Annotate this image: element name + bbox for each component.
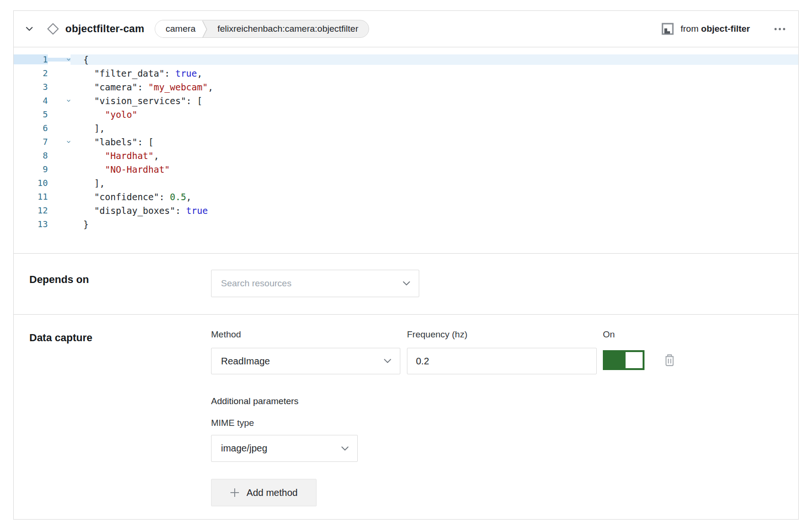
delete-method-button[interactable] xyxy=(663,353,676,367)
diamond-icon xyxy=(46,22,60,35)
code-line: 12 "display_boxes": true xyxy=(14,203,798,217)
trash-icon xyxy=(663,353,676,367)
line-number: 2 xyxy=(14,68,48,78)
component-header: objectfilter-cam camera felixreichenbach… xyxy=(14,11,798,47)
model-badge: felixreichenbach:camera:objectfilter xyxy=(211,20,369,37)
component-title: objectfilter-cam xyxy=(65,23,144,35)
code-line: 1{ xyxy=(14,53,798,66)
module-name: object-filter xyxy=(701,24,750,34)
badge-divider-chevron-icon xyxy=(202,20,211,38)
code-text: "camera": "my_webcam", xyxy=(71,82,798,92)
depends-on-search-select[interactable]: Search resources xyxy=(211,270,419,297)
component-card: objectfilter-cam camera felixreichenbach… xyxy=(13,10,799,520)
fold-chevron-down-icon xyxy=(67,99,71,103)
chevron-down-icon xyxy=(384,359,391,363)
mime-type-value: image/jpeg xyxy=(221,443,341,454)
search-placeholder: Search resources xyxy=(221,278,403,289)
mime-type-label: MIME type xyxy=(211,418,676,428)
data-capture-heading: Data capture xyxy=(14,315,211,520)
code-text: ], xyxy=(71,178,798,188)
json-editor[interactable]: 1{2 "filter_data": true,3 "camera": "my_… xyxy=(14,47,798,254)
code-line: 10 ], xyxy=(14,176,798,190)
component-type-model-badge: camera felixreichenbach:camera:objectfil… xyxy=(155,20,369,38)
code-text: "NO-Hardhat" xyxy=(71,164,798,175)
mime-type-select[interactable]: image/jpeg xyxy=(211,435,358,462)
code-text: "labels": [ xyxy=(71,137,798,147)
data-capture-toggle[interactable] xyxy=(603,350,644,370)
code-text: "vision_services": [ xyxy=(71,96,798,106)
code-line: 2 "filter_data": true, xyxy=(14,66,798,80)
code-line: 3 "camera": "my_webcam", xyxy=(14,80,798,94)
code-text: } xyxy=(71,219,798,230)
add-method-button[interactable]: Add method xyxy=(211,479,317,506)
toggle-label: On xyxy=(603,329,676,340)
method-value: ReadImage xyxy=(221,356,384,367)
plus-icon xyxy=(230,488,239,497)
code-text: "Hardhat", xyxy=(71,150,798,161)
code-line: 6 ], xyxy=(14,121,798,135)
collapse-button[interactable] xyxy=(25,25,34,33)
data-capture-section: Data capture Method ReadImage Frequency … xyxy=(14,314,798,520)
code-text: "confidence": 0.5, xyxy=(71,192,798,202)
ellipsis-icon xyxy=(774,27,786,31)
line-number: 7 xyxy=(14,137,48,147)
depends-on-section: Depends on Search resources xyxy=(14,254,798,314)
line-number: 13 xyxy=(14,219,48,229)
line-number: 1 xyxy=(14,54,48,64)
line-number: 5 xyxy=(14,109,48,119)
depends-on-heading: Depends on xyxy=(14,254,211,314)
code-line: 11 "confidence": 0.5, xyxy=(14,190,798,203)
code-text: { xyxy=(71,54,798,65)
chevron-down-icon xyxy=(403,281,410,286)
frequency-label: Frequency (hz) xyxy=(407,329,597,340)
fold-chevron-down-icon xyxy=(67,58,71,62)
fold-toggle[interactable] xyxy=(48,58,71,62)
code-line: 5 "yolo" xyxy=(14,107,798,121)
code-line: 4 "vision_services": [ xyxy=(14,94,798,107)
code-line: 9 "NO-Hardhat" xyxy=(14,162,798,176)
fold-toggle[interactable] xyxy=(48,99,71,103)
method-label: Method xyxy=(211,329,400,340)
line-number: 4 xyxy=(14,96,48,106)
line-number: 12 xyxy=(14,205,48,215)
code-line: 7 "labels": [ xyxy=(14,135,798,149)
code-text: ], xyxy=(71,123,798,133)
card-menu-button[interactable] xyxy=(774,24,786,34)
header-right: from object-filter xyxy=(662,23,786,35)
line-number: 9 xyxy=(14,164,48,174)
line-number: 6 xyxy=(14,123,48,133)
code-text: "display_boxes": true xyxy=(71,205,798,216)
code-text: "filter_data": true, xyxy=(71,68,798,79)
fold-toggle[interactable] xyxy=(48,140,71,144)
line-number: 10 xyxy=(14,178,48,188)
additional-parameters-label: Additional parameters xyxy=(211,396,676,406)
toggle-knob xyxy=(626,352,643,368)
type-badge: camera xyxy=(155,20,202,37)
method-select[interactable]: ReadImage xyxy=(211,348,400,374)
from-module-label: from object-filter xyxy=(680,24,750,34)
add-method-label: Add method xyxy=(247,487,298,498)
chevron-down-icon xyxy=(341,446,349,451)
chevron-down-icon xyxy=(26,26,33,31)
code-line: 13} xyxy=(14,217,798,231)
fold-chevron-down-icon xyxy=(67,140,71,144)
module-icon xyxy=(662,23,674,35)
line-number: 8 xyxy=(14,150,48,160)
json-editor-lines: 1{2 "filter_data": true,3 "camera": "my_… xyxy=(14,53,798,231)
frequency-input[interactable] xyxy=(407,348,597,374)
line-number: 3 xyxy=(14,82,48,92)
line-number: 11 xyxy=(14,192,48,202)
code-text: "yolo" xyxy=(71,109,798,120)
code-line: 8 "Hardhat", xyxy=(14,149,798,162)
